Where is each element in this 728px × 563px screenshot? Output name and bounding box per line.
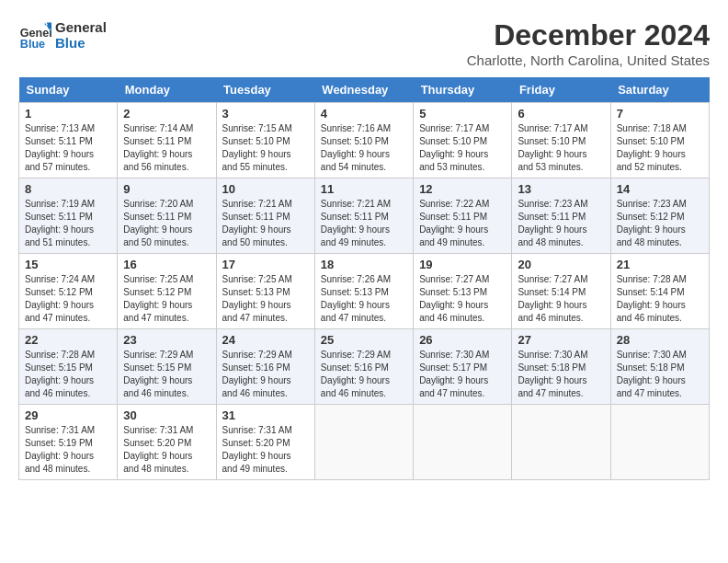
location-title: Charlotte, North Carolina, United States [467,52,710,68]
day-info-4: Sunrise: 7:16 AMSunset: 5:10 PMDaylight:… [321,122,407,174]
day-number-9: 9 [123,182,210,196]
day-cell-17: 17Sunrise: 7:25 AMSunset: 5:13 PMDayligh… [216,254,314,329]
calendar-table: SundayMondayTuesdayWednesdayThursdayFrid… [18,77,710,480]
empty-cell [512,405,610,480]
day-info-25: Sunrise: 7:29 AMSunset: 5:16 PMDaylight:… [321,349,407,400]
weekday-header-wednesday: Wednesday [314,77,413,103]
day-cell-11: 11Sunrise: 7:21 AMSunset: 5:11 PMDayligh… [314,178,413,254]
day-info-16: Sunrise: 7:25 AMSunset: 5:12 PMDaylight:… [123,273,210,325]
day-number-19: 19 [419,258,506,271]
day-number-6: 6 [518,107,604,121]
day-number-27: 27 [518,333,604,347]
day-number-16: 16 [123,258,210,271]
weekday-header-saturday: Saturday [610,77,709,103]
day-cell-6: 6Sunrise: 7:17 AMSunset: 5:10 PMDaylight… [512,103,610,178]
day-info-14: Sunrise: 7:23 AMSunset: 5:12 PMDaylight:… [617,198,703,249]
day-cell-30: 30Sunrise: 7:31 AMSunset: 5:20 PMDayligh… [118,405,216,480]
day-number-23: 23 [123,333,210,347]
day-cell-5: 5Sunrise: 7:17 AMSunset: 5:10 PMDaylight… [414,103,512,178]
day-cell-2: 2Sunrise: 7:14 AMSunset: 5:11 PMDaylight… [118,103,216,178]
day-cell-24: 24Sunrise: 7:29 AMSunset: 5:16 PMDayligh… [216,329,314,405]
day-info-9: Sunrise: 7:20 AMSunset: 5:11 PMDaylight:… [123,198,210,249]
day-cell-12: 12Sunrise: 7:22 AMSunset: 5:11 PMDayligh… [414,178,512,254]
day-info-3: Sunrise: 7:15 AMSunset: 5:10 PMDaylight:… [222,122,309,174]
day-number-12: 12 [419,182,506,196]
day-cell-27: 27Sunrise: 7:30 AMSunset: 5:18 PMDayligh… [512,329,610,405]
day-cell-19: 19Sunrise: 7:27 AMSunset: 5:13 PMDayligh… [414,254,512,329]
day-info-28: Sunrise: 7:30 AMSunset: 5:18 PMDaylight:… [617,349,703,400]
day-number-18: 18 [321,258,407,271]
day-number-7: 7 [617,107,703,121]
day-info-5: Sunrise: 7:17 AMSunset: 5:10 PMDaylight:… [419,122,506,174]
day-number-21: 21 [617,258,703,271]
day-number-31: 31 [222,408,309,422]
empty-cell [414,405,512,480]
day-number-28: 28 [617,333,703,347]
day-number-17: 17 [222,258,309,271]
day-info-30: Sunrise: 7:31 AMSunset: 5:20 PMDaylight:… [123,424,210,476]
day-cell-29: 29Sunrise: 7:31 AMSunset: 5:19 PMDayligh… [19,405,118,480]
weekday-header-tuesday: Tuesday [216,77,314,103]
day-info-10: Sunrise: 7:21 AMSunset: 5:11 PMDaylight:… [222,198,309,249]
day-number-22: 22 [25,333,111,347]
day-info-12: Sunrise: 7:22 AMSunset: 5:11 PMDaylight:… [419,198,506,249]
day-info-8: Sunrise: 7:19 AMSunset: 5:11 PMDaylight:… [25,198,111,249]
day-info-21: Sunrise: 7:28 AMSunset: 5:14 PMDaylight:… [617,273,703,325]
day-info-26: Sunrise: 7:30 AMSunset: 5:17 PMDaylight:… [419,349,506,400]
day-info-20: Sunrise: 7:27 AMSunset: 5:14 PMDaylight:… [518,273,604,325]
day-info-23: Sunrise: 7:29 AMSunset: 5:15 PMDaylight:… [123,349,210,400]
day-number-20: 20 [518,258,604,271]
day-info-13: Sunrise: 7:23 AMSunset: 5:11 PMDaylight:… [518,198,604,249]
day-info-18: Sunrise: 7:26 AMSunset: 5:13 PMDaylight:… [321,273,407,325]
week-row-5: 29Sunrise: 7:31 AMSunset: 5:19 PMDayligh… [19,405,710,480]
day-number-15: 15 [25,258,111,271]
day-info-24: Sunrise: 7:29 AMSunset: 5:16 PMDaylight:… [222,349,309,400]
title-area: December 2024 Charlotte, North Carolina,… [467,18,710,68]
empty-cell [314,405,413,480]
day-number-24: 24 [222,333,309,347]
day-cell-14: 14Sunrise: 7:23 AMSunset: 5:12 PMDayligh… [610,178,709,254]
day-number-5: 5 [419,107,506,121]
day-info-31: Sunrise: 7:31 AMSunset: 5:20 PMDaylight:… [222,424,309,476]
day-info-17: Sunrise: 7:25 AMSunset: 5:13 PMDaylight:… [222,273,309,325]
day-number-29: 29 [25,408,111,422]
day-number-10: 10 [222,182,309,196]
weekday-header-monday: Monday [118,77,216,103]
month-title: December 2024 [467,18,710,52]
day-number-8: 8 [25,182,111,196]
day-info-19: Sunrise: 7:27 AMSunset: 5:13 PMDaylight:… [419,273,506,325]
week-row-2: 8Sunrise: 7:19 AMSunset: 5:11 PMDaylight… [19,178,710,254]
day-cell-1: 1Sunrise: 7:13 AMSunset: 5:11 PMDaylight… [19,103,118,178]
day-number-4: 4 [321,107,407,121]
day-info-15: Sunrise: 7:24 AMSunset: 5:12 PMDaylight:… [25,273,111,325]
logo-general: General [55,19,107,35]
day-cell-23: 23Sunrise: 7:29 AMSunset: 5:15 PMDayligh… [118,329,216,405]
week-row-4: 22Sunrise: 7:28 AMSunset: 5:15 PMDayligh… [19,329,710,405]
logo-icon: General Blue [18,18,51,52]
day-cell-16: 16Sunrise: 7:25 AMSunset: 5:12 PMDayligh… [118,254,216,329]
day-number-2: 2 [123,107,210,121]
empty-cell [610,405,709,480]
day-cell-21: 21Sunrise: 7:28 AMSunset: 5:14 PMDayligh… [610,254,709,329]
weekday-header-row: SundayMondayTuesdayWednesdayThursdayFrid… [19,77,710,103]
day-info-11: Sunrise: 7:21 AMSunset: 5:11 PMDaylight:… [321,198,407,249]
day-info-7: Sunrise: 7:18 AMSunset: 5:10 PMDaylight:… [617,122,703,174]
day-cell-10: 10Sunrise: 7:21 AMSunset: 5:11 PMDayligh… [216,178,314,254]
day-number-13: 13 [518,182,604,196]
day-number-26: 26 [419,333,506,347]
week-row-1: 1Sunrise: 7:13 AMSunset: 5:11 PMDaylight… [19,103,710,178]
day-cell-26: 26Sunrise: 7:30 AMSunset: 5:17 PMDayligh… [414,329,512,405]
day-cell-18: 18Sunrise: 7:26 AMSunset: 5:13 PMDayligh… [314,254,413,329]
logo-blue: Blue [55,35,107,51]
svg-text:Blue: Blue [20,38,45,51]
day-cell-3: 3Sunrise: 7:15 AMSunset: 5:10 PMDaylight… [216,103,314,178]
day-cell-4: 4Sunrise: 7:16 AMSunset: 5:10 PMDaylight… [314,103,413,178]
day-cell-31: 31Sunrise: 7:31 AMSunset: 5:20 PMDayligh… [216,405,314,480]
day-cell-28: 28Sunrise: 7:30 AMSunset: 5:18 PMDayligh… [610,329,709,405]
week-row-3: 15Sunrise: 7:24 AMSunset: 5:12 PMDayligh… [19,254,710,329]
logo: General Blue General Blue [18,18,107,52]
weekday-header-thursday: Thursday [414,77,512,103]
day-number-3: 3 [222,107,309,121]
day-cell-15: 15Sunrise: 7:24 AMSunset: 5:12 PMDayligh… [19,254,118,329]
weekday-header-sunday: Sunday [19,77,118,103]
